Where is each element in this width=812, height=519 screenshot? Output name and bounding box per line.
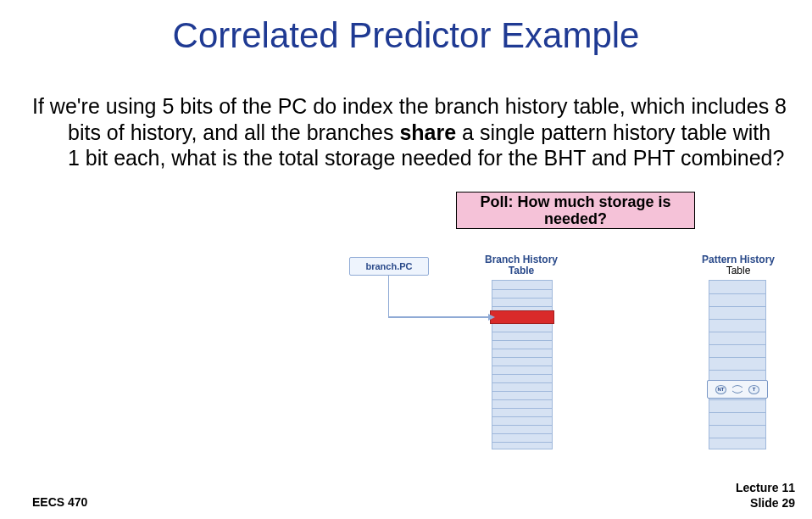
table-row — [492, 298, 552, 304]
footer-slide: Slide 29 — [736, 496, 795, 511]
state-transition-arrows-icon — [731, 384, 743, 394]
table-row — [492, 349, 552, 354]
table-row — [709, 399, 765, 405]
table-row — [492, 374, 552, 380]
slide-title: Correlated Predictor Example — [0, 15, 812, 56]
table-row — [492, 399, 552, 405]
bht-highlighted-entry — [490, 310, 554, 324]
table-row — [492, 340, 552, 346]
body-paragraph: If we're using 5 bits of the PC do index… — [32, 93, 787, 171]
table-row — [492, 391, 552, 397]
table-row — [709, 357, 765, 363]
table-row — [492, 289, 552, 295]
footer-lecture: Lecture 11 — [736, 481, 795, 496]
table-row — [492, 357, 552, 363]
pht-column — [709, 280, 766, 449]
table-row — [492, 425, 552, 431]
poll-box: Poll: How much storage is needed? — [456, 192, 695, 229]
table-row — [492, 416, 552, 422]
table-row — [492, 323, 552, 329]
bht-column — [492, 280, 553, 449]
table-row — [709, 319, 765, 325]
footer-course: EECS 470 — [32, 495, 87, 509]
body-text-share: share — [399, 120, 456, 144]
table-row — [709, 425, 765, 431]
table-row — [492, 408, 552, 414]
diagram: branch.PC Branch History Table Pattern H… — [297, 254, 780, 458]
table-row — [709, 370, 765, 376]
table-row — [492, 433, 552, 439]
table-row — [709, 344, 765, 350]
pht-label-top: Pattern History — [702, 254, 775, 265]
pht-label-bottom: Table — [726, 265, 751, 276]
connector-arrow-icon — [388, 266, 498, 321]
pht-label: Pattern History Table — [700, 254, 776, 276]
table-row — [709, 438, 765, 444]
footer-lecture-slide: Lecture 11 Slide 29 — [736, 481, 795, 511]
state-nt-circle: NT — [715, 385, 726, 394]
table-row — [492, 382, 552, 388]
state-t-circle: T — [748, 385, 759, 394]
poll-line1: Poll: How much storage is — [460, 194, 691, 211]
table-row — [709, 293, 765, 299]
pht-highlighted-entry: NT T — [707, 380, 768, 399]
table-row — [709, 332, 765, 338]
table-row — [709, 412, 765, 418]
table-row — [492, 332, 552, 338]
table-row — [492, 366, 552, 371]
svg-marker-0 — [488, 314, 495, 321]
poll-line2: needed? — [460, 211, 691, 228]
table-row — [709, 306, 765, 312]
table-row — [492, 442, 552, 448]
